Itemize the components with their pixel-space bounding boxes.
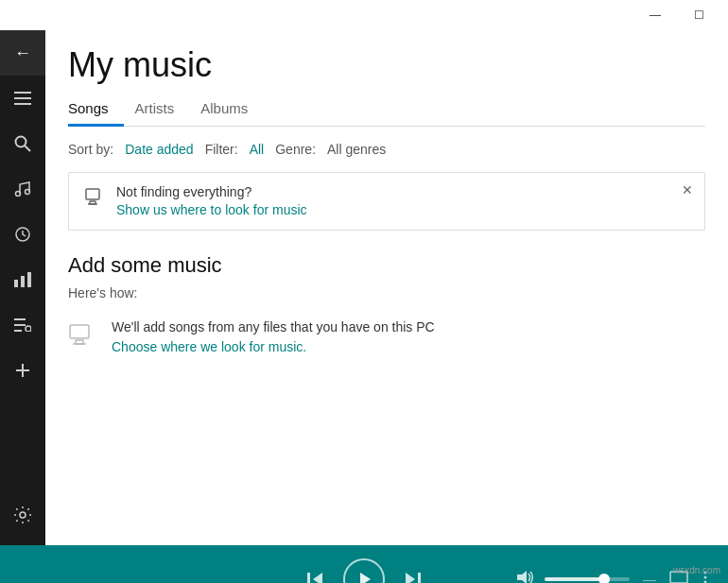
filter-value[interactable]: All [250, 142, 265, 157]
sidebar-back-icon[interactable]: ← [0, 30, 45, 76]
info-banner-close-button[interactable]: ✕ [682, 182, 693, 197]
add-music-title: Add some music [68, 253, 705, 278]
prev-button[interactable] [305, 571, 324, 583]
svg-rect-1 [14, 97, 31, 99]
svg-point-14 [26, 326, 31, 332]
filter-bar: Sort by: Date added Filter: All Genre: A… [68, 142, 705, 157]
next-button[interactable] [404, 571, 423, 583]
info-banner-text: Not finding everything? Show us where to… [116, 184, 689, 218]
volume-thumb [598, 574, 610, 583]
sidebar-recent-icon[interactable] [0, 212, 45, 257]
svg-rect-9 [21, 276, 25, 287]
player-controls [305, 558, 423, 583]
sort-label: Sort by: [68, 142, 113, 157]
filter-label: Filter: [205, 142, 238, 157]
svg-point-6 [26, 190, 30, 195]
info-banner: Not finding everything? Show us where to… [68, 172, 705, 231]
add-music-item-text: We'll add songs from any files that you … [112, 319, 435, 355]
add-music-item: We'll add songs from any files that you … [68, 319, 705, 356]
svg-marker-27 [406, 573, 415, 583]
svg-marker-24 [313, 573, 322, 583]
svg-marker-26 [360, 573, 371, 583]
tab-albums[interactable]: Albums [200, 93, 263, 127]
app-container: ← [0, 30, 728, 545]
watermark: wsxdn.com [673, 565, 720, 575]
sidebar-playlist-icon[interactable] [0, 302, 45, 348]
sidebar: ← [0, 30, 45, 545]
svg-rect-18 [86, 189, 99, 199]
sidebar-add-icon[interactable] [0, 348, 45, 393]
volume-slider[interactable] [545, 577, 630, 581]
volume-fill [545, 577, 604, 581]
sidebar-search-icon[interactable] [0, 121, 45, 166]
svg-rect-28 [418, 573, 421, 583]
svg-point-17 [20, 512, 26, 518]
svg-point-32 [704, 576, 707, 579]
svg-rect-21 [70, 325, 89, 338]
volume-icon [516, 570, 535, 583]
svg-rect-13 [14, 330, 22, 332]
info-device-icon [84, 186, 105, 212]
add-music-item-desc: We'll add songs from any files that you … [112, 319, 435, 334]
svg-rect-12 [14, 324, 26, 326]
tab-artists[interactable]: Artists [135, 93, 190, 127]
title-bar: — ☐ [45, 0, 728, 30]
play-button[interactable] [343, 558, 385, 583]
svg-rect-25 [307, 573, 310, 583]
sidebar-chart-icon[interactable] [0, 257, 45, 302]
add-music-device-icon [68, 321, 96, 356]
minimize-button[interactable]: — [633, 0, 677, 30]
tabs-bar: Songs Artists Albums [68, 93, 705, 127]
svg-point-3 [16, 137, 26, 147]
sidebar-menu-icon[interactable] [0, 76, 45, 121]
add-music-subtitle: Here's how: [68, 285, 705, 300]
svg-rect-2 [14, 103, 31, 105]
add-music-section: Add some music Here's how: We'll add son… [68, 253, 705, 356]
main-content: My music Songs Artists Albums Sort by: D… [45, 30, 728, 545]
svg-rect-11 [14, 318, 26, 320]
volume-dash: — [643, 572, 656, 583]
svg-rect-10 [27, 272, 31, 287]
svg-point-5 [16, 192, 21, 197]
sidebar-bottom [0, 492, 45, 545]
sidebar-music-icon[interactable] [0, 166, 45, 212]
maximize-button[interactable]: ☐ [677, 0, 720, 30]
page-title: My music [68, 45, 705, 85]
player-bar: — [0, 545, 728, 583]
svg-rect-8 [14, 280, 18, 287]
add-music-item-link[interactable]: Choose where we look for music. [112, 339, 306, 354]
sort-value[interactable]: Date added [125, 142, 193, 157]
info-banner-link[interactable]: Show us where to look for music [116, 202, 307, 217]
sidebar-settings-icon[interactable] [0, 492, 45, 538]
svg-marker-29 [517, 571, 527, 583]
info-banner-title: Not finding everything? [116, 184, 689, 199]
svg-line-4 [25, 146, 30, 151]
genre-label: Genre: [275, 142, 316, 157]
tab-songs[interactable]: Songs [68, 93, 124, 127]
genre-value[interactable]: All genres [327, 142, 386, 157]
svg-rect-0 [14, 92, 31, 94]
